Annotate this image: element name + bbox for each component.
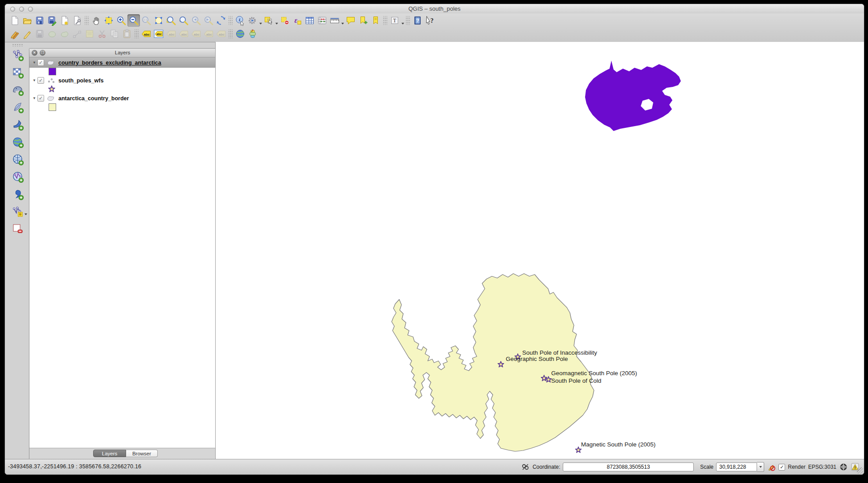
select-by-expression-icon[interactable]: ε (291, 14, 303, 27)
title-bar[interactable]: QGIS – south_poles (5, 4, 864, 14)
expand-triangle-icon[interactable]: ▼ (31, 78, 37, 82)
remove-layer-icon[interactable] (11, 222, 24, 235)
zoom-to-selection-icon[interactable] (165, 14, 177, 27)
layer-name: antarctica_country_border (58, 95, 129, 102)
layer-visibility-checkbox[interactable]: ✓ (37, 95, 44, 102)
paste-features-icon (121, 28, 133, 40)
stop-render-icon[interactable] (767, 463, 776, 471)
toolbar-drag-handle[interactable] (12, 44, 23, 46)
antarctica-polygon (392, 274, 594, 451)
scale-combobox[interactable]: 30,918,228 (716, 462, 764, 472)
map-tips-icon[interactable] (344, 14, 357, 27)
scale-value[interactable]: 30,918,228 (716, 463, 757, 471)
status-bar: -3493458.37,-2251496.19 : 3585676.58,226… (5, 459, 864, 475)
composer-manager-icon[interactable] (71, 14, 83, 27)
identify-features-icon[interactable]: i (234, 14, 246, 27)
select-features-icon[interactable] (262, 14, 275, 27)
crs-status-icon[interactable] (839, 463, 848, 471)
layer-tree: ▼✓country_borders_excluding_antarctica▼✓… (29, 57, 216, 448)
field-calculator-icon[interactable] (316, 14, 328, 27)
toolbar-separator (406, 16, 410, 25)
show-bookmarks-icon[interactable] (369, 14, 382, 27)
new-print-composer-icon[interactable] (58, 14, 71, 27)
map-label: Geomagnetic South Pole (2005) (551, 370, 637, 377)
layer-item-south_poles_wfs[interactable]: ▼✓south_poles_wfs (29, 75, 216, 86)
labeling-icon[interactable]: abc (140, 28, 152, 40)
zoom-next-icon (202, 14, 215, 27)
layers-panel-header: × ❐ Layers (29, 49, 216, 57)
tab-layers[interactable]: Layers (93, 450, 126, 457)
new-layer-dropdown-icon[interactable] (25, 213, 27, 215)
help-contents-icon[interactable]: ? (411, 14, 424, 27)
new-bookmark-icon[interactable] (357, 14, 369, 27)
expand-triangle-icon[interactable]: ▼ (31, 96, 37, 100)
save-project-as-icon[interactable] (46, 14, 58, 27)
python-console-icon[interactable] (246, 28, 259, 40)
scale-dropdown-icon[interactable] (757, 462, 764, 472)
layer-item-antarctica_country_border[interactable]: ▼✓antarctica_country_border (29, 93, 216, 103)
zoom-full-icon[interactable] (152, 14, 165, 27)
add-mssql-layer-icon[interactable] (11, 118, 24, 131)
text-annotation-icon[interactable]: T (389, 14, 401, 27)
move-label-icon: abc (190, 28, 202, 40)
toolbar-separator (383, 16, 387, 25)
layer-visibility-checkbox[interactable]: ✓ (37, 59, 44, 66)
add-spatialite-layer-icon[interactable] (11, 100, 24, 114)
run-feature-action-icon[interactable] (246, 14, 259, 27)
save-project-icon[interactable] (33, 14, 46, 27)
layer-visibility-checkbox[interactable]: ✓ (37, 77, 44, 84)
zoom-last-icon (190, 14, 202, 27)
measure-line-icon[interactable] (328, 14, 341, 27)
add-delimited-text-layer-icon[interactable] (11, 187, 24, 201)
manage-layers-toolbar (5, 42, 29, 459)
render-label: Render (788, 464, 805, 470)
open-attribute-table-icon[interactable] (303, 14, 316, 27)
svg-text:ε: ε (295, 16, 298, 24)
current-edits-icon[interactable] (8, 28, 21, 40)
label-highlight-icon[interactable]: abc (152, 28, 165, 40)
coordinate-input[interactable]: 8723088,3505513 (563, 463, 694, 471)
run-feature-action-dropdown-icon[interactable] (259, 23, 262, 25)
deselect-features-icon[interactable] (278, 14, 291, 27)
measure-line-dropdown-icon[interactable] (341, 23, 344, 25)
copy-features-icon (108, 28, 121, 40)
rotate-label-icon: abc (202, 28, 215, 40)
map-canvas[interactable]: South Pole of InaccessibilityGeographic … (215, 42, 864, 459)
whats-this-icon[interactable]: ? (424, 14, 436, 27)
open-project-icon[interactable] (21, 14, 33, 27)
add-postgis-layer-icon[interactable] (11, 83, 24, 96)
refresh-map-icon[interactable] (215, 14, 227, 27)
resize-grip[interactable] (857, 467, 863, 474)
add-wfs-layer-icon[interactable] (11, 170, 24, 183)
layer-name: south_poles_wfs (58, 78, 103, 84)
toggle-editing-icon[interactable] (21, 28, 33, 40)
zoom-to-layer-icon[interactable] (177, 14, 190, 27)
select-features-dropdown-icon[interactable] (275, 23, 278, 25)
toolbar-separator (135, 29, 139, 38)
symbology-swatch[interactable] (49, 68, 56, 75)
layer-item-country_borders_excluding_antarctica[interactable]: ▼✓country_borders_excluding_antarctica (29, 57, 216, 68)
expand-triangle-icon[interactable]: ▼ (31, 61, 37, 65)
layer-name: country_borders_excluding_antarctica (58, 60, 161, 66)
plugin-globe-icon[interactable] (234, 28, 246, 40)
polygon-layer-icon (47, 59, 56, 66)
add-raster-layer-icon[interactable] (11, 65, 24, 79)
new-project-icon[interactable] (8, 14, 21, 27)
add-vector-layer-icon[interactable] (11, 48, 24, 61)
zoom-in-icon[interactable] (115, 14, 127, 27)
add-wms-layer-icon[interactable] (11, 135, 24, 148)
symbology-star-swatch[interactable] (47, 85, 56, 94)
add-wcs-layer-icon[interactable] (11, 152, 24, 166)
new-shapefile-layer-icon[interactable] (11, 205, 24, 218)
toolbar-separator (229, 29, 233, 38)
editing-labeling-toolbar: abcabcabcabcabcabcabc (8, 27, 259, 41)
zoom-out-icon[interactable] (127, 14, 140, 27)
pan-map-icon[interactable] (90, 14, 102, 27)
pan-to-selection-icon[interactable] (102, 14, 115, 27)
mouse-position-icon[interactable] (521, 463, 530, 471)
render-checkbox[interactable]: ✓ (778, 464, 785, 471)
text-annotation-dropdown-icon[interactable] (401, 23, 404, 25)
tab-browser[interactable]: Browser (126, 450, 158, 457)
scale-label: Scale (700, 464, 713, 470)
symbology-swatch[interactable] (49, 103, 56, 111)
